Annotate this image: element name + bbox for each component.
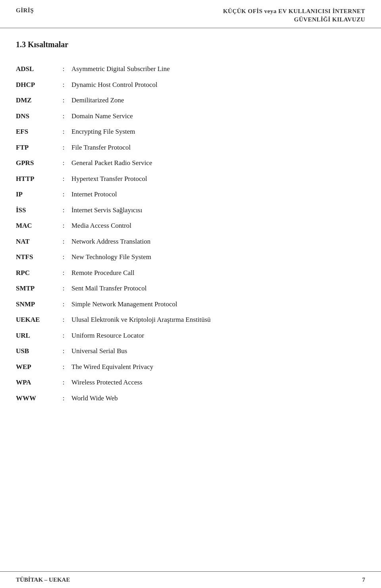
colon-separator: : — [56, 281, 71, 296]
table-row: MAC:Media Access Control — [16, 218, 365, 234]
footer-page-number: 7 — [362, 576, 366, 583]
abbreviations-table: ADSL:Asymmetric Digital Subscriber LineD… — [16, 61, 365, 406]
colon-separator: : — [56, 343, 71, 359]
abbreviation-term: FTP — [16, 140, 56, 156]
abbreviation-term: NTFS — [16, 249, 56, 265]
table-row: DHCP:Dynamic Host Control Protocol — [16, 77, 365, 93]
colon-separator: : — [56, 218, 71, 234]
colon-separator: : — [56, 155, 71, 171]
table-row: SNMP:Simple Network Management Protocol — [16, 296, 365, 312]
abbreviation-term: İSS — [16, 202, 56, 218]
abbreviation-definition: Network Address Translation — [71, 234, 365, 250]
table-row: URL:Uniform Resource Locator — [16, 328, 365, 344]
abbreviation-definition: Sent Mail Transfer Protocol — [71, 281, 365, 296]
header-section-label: GİRİŞ — [16, 7, 34, 14]
abbreviation-definition: World Wide Web — [71, 390, 365, 406]
table-row: GPRS:General Packet Radio Service — [16, 155, 365, 171]
abbreviation-term: ADSL — [16, 61, 56, 77]
abbreviation-definition: Domain Name Service — [71, 108, 365, 124]
colon-separator: : — [56, 77, 71, 93]
colon-separator: : — [56, 61, 71, 77]
table-row: EFS:Encrypting File System — [16, 124, 365, 140]
colon-separator: : — [56, 359, 71, 375]
abbreviation-definition: Asymmetric Digital Subscriber Line — [71, 61, 365, 77]
colon-separator: : — [56, 171, 71, 187]
header-title: KÜÇÜK OFİS veya EV KULLANICISI İNTERNET … — [223, 7, 365, 24]
colon-separator: : — [56, 140, 71, 156]
abbreviation-term: DNS — [16, 108, 56, 124]
abbreviation-term: NAT — [16, 234, 56, 250]
abbreviation-definition: General Packet Radio Service — [71, 155, 365, 171]
table-row: WPA:Wireless Protected Access — [16, 375, 365, 390]
abbreviation-definition: Universal Serial Bus — [71, 343, 365, 359]
abbreviation-definition: File Transfer Protocol — [71, 140, 365, 156]
table-row: DMZ:Demilitarized Zone — [16, 92, 365, 108]
colon-separator: : — [56, 124, 71, 140]
abbreviation-term: USB — [16, 343, 56, 359]
page-header: GİRİŞ KÜÇÜK OFİS veya EV KULLANICISI İNT… — [0, 0, 381, 28]
abbreviation-definition: Encrypting File System — [71, 124, 365, 140]
colon-separator: : — [56, 92, 71, 108]
abbreviation-definition: Wireless Protected Access — [71, 375, 365, 390]
table-row: WWW:World Wide Web — [16, 390, 365, 406]
table-row: HTTP:Hypertext Transfer Protocol — [16, 171, 365, 187]
abbreviation-definition: Demilitarized Zone — [71, 92, 365, 108]
colon-separator: : — [56, 186, 71, 202]
table-row: FTP:File Transfer Protocol — [16, 140, 365, 156]
abbreviation-definition: Internet Protocol — [71, 186, 365, 202]
abbreviation-term: MAC — [16, 218, 56, 234]
abbreviation-term: URL — [16, 328, 56, 344]
page-footer: TÜBİTAK – UEKAE 7 — [0, 571, 381, 588]
table-row: WEP:The Wired Equivalent Privacy — [16, 359, 365, 375]
colon-separator: : — [56, 265, 71, 281]
abbreviation-term: WPA — [16, 375, 56, 390]
colon-separator: : — [56, 296, 71, 312]
table-row: DNS:Domain Name Service — [16, 108, 365, 124]
abbreviation-term: DHCP — [16, 77, 56, 93]
abbreviation-term: GPRS — [16, 155, 56, 171]
header-title-line2: GÜVENLİĞİ KILAVUZU — [223, 15, 365, 24]
table-row: İSS:İnternet Servis Sağlayıcısı — [16, 202, 365, 218]
colon-separator: : — [56, 108, 71, 124]
table-row: NTFS:New Technology File System — [16, 249, 365, 265]
table-row: SMTP:Sent Mail Transfer Protocol — [16, 281, 365, 296]
colon-separator: : — [56, 202, 71, 218]
main-content: 1.3 Kısaltmalar ADSL:Asymmetric Digital … — [0, 28, 381, 422]
abbreviation-definition: Hypertext Transfer Protocol — [71, 171, 365, 187]
footer-publisher: TÜBİTAK – UEKAE — [16, 576, 70, 583]
abbreviation-term: WWW — [16, 390, 56, 406]
abbreviation-definition: Dynamic Host Control Protocol — [71, 77, 365, 93]
colon-separator: : — [56, 234, 71, 250]
abbreviation-term: SNMP — [16, 296, 56, 312]
abbreviation-term: WEP — [16, 359, 56, 375]
colon-separator: : — [56, 328, 71, 344]
abbreviation-term: HTTP — [16, 171, 56, 187]
section-title: 1.3 Kısaltmalar — [16, 40, 365, 49]
abbreviation-definition: Media Access Control — [71, 218, 365, 234]
abbreviation-definition: Remote Procedure Call — [71, 265, 365, 281]
abbreviation-definition: Uniform Resource Locator — [71, 328, 365, 344]
colon-separator: : — [56, 249, 71, 265]
table-row: IP:Internet Protocol — [16, 186, 365, 202]
table-row: NAT:Network Address Translation — [16, 234, 365, 250]
colon-separator: : — [56, 312, 71, 328]
abbreviation-term: EFS — [16, 124, 56, 140]
colon-separator: : — [56, 375, 71, 390]
header-title-line1: KÜÇÜK OFİS veya EV KULLANICISI İNTERNET — [223, 7, 365, 15]
abbreviation-term: DMZ — [16, 92, 56, 108]
table-row: UEKAE:Ulusal Elektronik ve Kriptoloji Ar… — [16, 312, 365, 328]
table-row: RPC:Remote Procedure Call — [16, 265, 365, 281]
abbreviation-definition: İnternet Servis Sağlayıcısı — [71, 202, 365, 218]
abbreviation-term: UEKAE — [16, 312, 56, 328]
table-row: USB:Universal Serial Bus — [16, 343, 365, 359]
table-row: ADSL:Asymmetric Digital Subscriber Line — [16, 61, 365, 77]
abbreviation-definition: The Wired Equivalent Privacy — [71, 359, 365, 375]
abbreviation-term: SMTP — [16, 281, 56, 296]
abbreviation-term: IP — [16, 186, 56, 202]
abbreviation-definition: Simple Network Management Protocol — [71, 296, 365, 312]
colon-separator: : — [56, 390, 71, 406]
abbreviation-definition: New Technology File System — [71, 249, 365, 265]
abbreviation-definition: Ulusal Elektronik ve Kriptoloji Araştırm… — [71, 312, 365, 328]
abbreviation-term: RPC — [16, 265, 56, 281]
